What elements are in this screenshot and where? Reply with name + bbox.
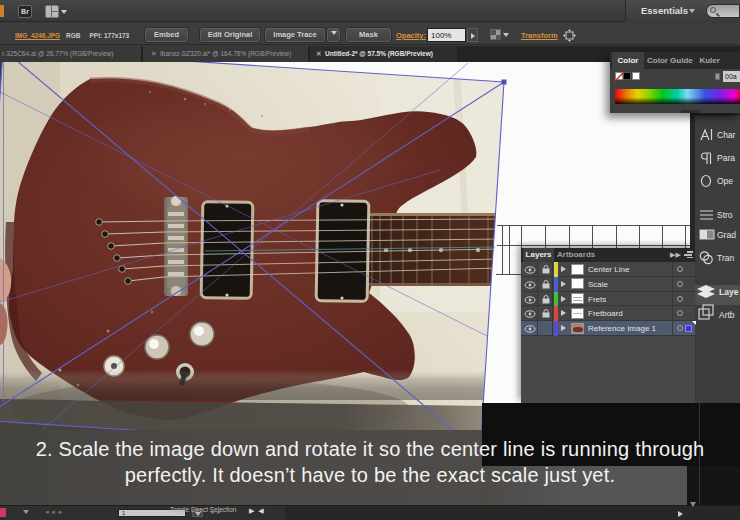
svg-text:Laye: Laye [719,287,739,297]
svg-text:Ope: Ope [717,176,733,186]
svg-text:Grad: Grad [717,230,736,240]
svg-text:Para: Para [717,153,735,163]
svg-text:Artb: Artb [719,310,735,320]
svg-text:Stro: Stro [717,210,733,220]
svg-text:Char: Char [717,130,736,140]
svg-text:Tran: Tran [717,253,734,263]
